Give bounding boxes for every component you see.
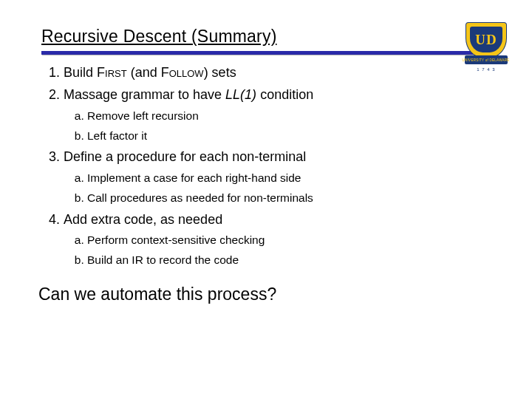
footer-question: Can we automate this process? bbox=[38, 284, 495, 304]
title-rule bbox=[41, 51, 495, 55]
sub-item: Perform context-sensitive checking bbox=[87, 233, 495, 248]
item3-text: Define a procedure for each non-terminal bbox=[64, 149, 306, 164]
list-item: Build First (and Follow) sets bbox=[64, 64, 495, 81]
main-list: Build First (and Follow) sets Massage gr… bbox=[41, 64, 495, 268]
logo-initials: UD bbox=[475, 32, 497, 48]
item1-pre: Build bbox=[64, 65, 97, 80]
logo-shield: UD UNIVERSITY of DELAWARE 1 7 4 3 bbox=[466, 22, 507, 58]
sublist-2: Remove left recursion Left factor it bbox=[64, 109, 495, 144]
sub-item: Implement a case for each right-hand sid… bbox=[87, 171, 495, 186]
slide: UD UNIVERSITY of DELAWARE 1 7 4 3 Recurs… bbox=[0, 0, 532, 399]
logo-year: 1 7 4 3 bbox=[466, 67, 506, 72]
title-block: Recursive Descent (Summary) bbox=[41, 27, 495, 47]
item2-post: condition bbox=[256, 87, 313, 102]
logo-banner: UNIVERSITY of DELAWARE bbox=[465, 55, 508, 64]
sub-item: Remove left recursion bbox=[87, 109, 495, 124]
sub-item: Call procedures as needed for non-termin… bbox=[87, 191, 495, 206]
item1-follow: Follow bbox=[161, 65, 204, 80]
item1-mid: (and bbox=[127, 65, 161, 80]
list-item: Add extra code, as needed Perform contex… bbox=[64, 211, 495, 268]
item1-post: ) sets bbox=[204, 65, 236, 80]
university-logo: UD UNIVERSITY of DELAWARE 1 7 4 3 bbox=[466, 22, 507, 68]
sub-item: Left factor it bbox=[87, 129, 495, 144]
logo-banner-text: UNIVERSITY of DELAWARE bbox=[463, 58, 510, 62]
list-item: Massage grammar to have LL(1) condition … bbox=[64, 86, 495, 143]
item2-ll1: LL(1) bbox=[225, 87, 256, 102]
sublist-3: Implement a case for each right-hand sid… bbox=[64, 171, 495, 206]
item1-first: First bbox=[97, 65, 127, 80]
slide-title: Recursive Descent (Summary) bbox=[41, 27, 277, 46]
item2-pre: Massage grammar to have bbox=[64, 87, 225, 102]
sublist-4: Perform context-sensitive checking Build… bbox=[64, 233, 495, 268]
logo-shield-inner: UD bbox=[470, 27, 502, 52]
list-item: Define a procedure for each non-terminal… bbox=[64, 148, 495, 205]
item4-text: Add extra code, as needed bbox=[64, 212, 222, 227]
sub-item: Build an IR to record the code bbox=[87, 253, 495, 268]
